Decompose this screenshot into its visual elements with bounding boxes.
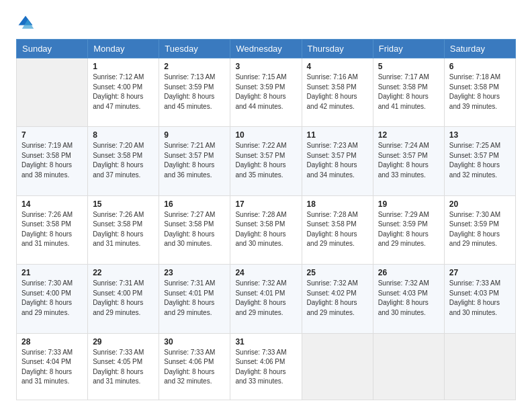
header <box>16 13 516 32</box>
day-number: 19 <box>378 199 439 209</box>
calendar-cell: 30Sunrise: 7:33 AMSunset: 4:06 PMDayligh… <box>159 333 230 400</box>
calendar-cell: 17Sunrise: 7:28 AMSunset: 3:58 PMDayligh… <box>230 195 302 264</box>
calendar-cell: 18Sunrise: 7:28 AMSunset: 3:58 PMDayligh… <box>302 195 373 264</box>
day-number: 8 <box>93 130 154 140</box>
day-number: 5 <box>378 62 439 71</box>
col-header-monday: Monday <box>88 40 159 58</box>
calendar-cell <box>444 333 515 400</box>
calendar-cell: 6Sunrise: 7:18 AMSunset: 3:58 PMDaylight… <box>444 58 515 127</box>
day-number: 30 <box>164 337 225 347</box>
day-info: Sunrise: 7:17 AMSunset: 3:58 PMDaylight:… <box>378 73 439 111</box>
calendar-cell: 27Sunrise: 7:33 AMSunset: 4:03 PMDayligh… <box>444 265 515 333</box>
day-info: Sunrise: 7:32 AMSunset: 4:01 PMDaylight:… <box>235 279 296 318</box>
day-info: Sunrise: 7:25 AMSunset: 3:57 PMDaylight:… <box>449 141 511 180</box>
day-number: 25 <box>307 268 368 277</box>
day-number: 28 <box>21 337 83 347</box>
day-info: Sunrise: 7:16 AMSunset: 3:58 PMDaylight:… <box>307 73 368 111</box>
calendar-cell: 15Sunrise: 7:26 AMSunset: 3:58 PMDayligh… <box>88 195 159 264</box>
day-info: Sunrise: 7:24 AMSunset: 3:57 PMDaylight:… <box>378 141 439 180</box>
day-number: 18 <box>307 199 368 209</box>
day-number: 20 <box>449 199 511 209</box>
calendar-week-row: 7Sunrise: 7:19 AMSunset: 3:58 PMDaylight… <box>17 127 516 195</box>
calendar-week-row: 28Sunrise: 7:33 AMSunset: 4:04 PMDayligh… <box>17 333 516 400</box>
calendar-cell: 2Sunrise: 7:13 AMSunset: 3:59 PMDaylight… <box>159 58 230 127</box>
day-number: 3 <box>235 62 296 71</box>
day-info: Sunrise: 7:30 AMSunset: 3:59 PMDaylight:… <box>449 210 511 249</box>
calendar-cell <box>373 333 444 400</box>
day-info: Sunrise: 7:20 AMSunset: 3:58 PMDaylight:… <box>93 141 154 180</box>
calendar-cell: 29Sunrise: 7:33 AMSunset: 4:05 PMDayligh… <box>88 333 159 400</box>
day-info: Sunrise: 7:32 AMSunset: 4:02 PMDaylight:… <box>307 279 368 318</box>
calendar-cell: 31Sunrise: 7:33 AMSunset: 4:06 PMDayligh… <box>230 333 302 400</box>
day-info: Sunrise: 7:22 AMSunset: 3:57 PMDaylight:… <box>235 141 296 180</box>
day-number: 14 <box>21 199 83 209</box>
day-info: Sunrise: 7:33 AMSunset: 4:04 PMDaylight:… <box>21 348 83 387</box>
day-number: 23 <box>164 268 225 277</box>
calendar-cell: 8Sunrise: 7:20 AMSunset: 3:58 PMDaylight… <box>88 127 159 195</box>
col-header-friday: Friday <box>373 40 444 58</box>
day-number: 1 <box>93 62 154 71</box>
day-info: Sunrise: 7:31 AMSunset: 4:00 PMDaylight:… <box>93 279 154 318</box>
calendar-cell: 14Sunrise: 7:26 AMSunset: 3:58 PMDayligh… <box>17 195 88 264</box>
calendar-cell: 10Sunrise: 7:22 AMSunset: 3:57 PMDayligh… <box>230 127 302 195</box>
calendar-cell: 4Sunrise: 7:16 AMSunset: 3:58 PMDaylight… <box>302 58 373 127</box>
day-info: Sunrise: 7:26 AMSunset: 3:58 PMDaylight:… <box>93 210 154 249</box>
day-info: Sunrise: 7:23 AMSunset: 3:57 PMDaylight:… <box>307 141 368 180</box>
day-number: 2 <box>164 62 225 71</box>
col-header-wednesday: Wednesday <box>230 40 302 58</box>
day-number: 31 <box>235 337 296 347</box>
day-number: 13 <box>449 130 511 140</box>
calendar-cell <box>302 333 373 400</box>
day-number: 12 <box>378 130 439 140</box>
day-info: Sunrise: 7:15 AMSunset: 3:59 PMDaylight:… <box>235 73 296 111</box>
col-header-thursday: Thursday <box>302 40 373 58</box>
day-number: 4 <box>307 62 368 71</box>
calendar-cell: 7Sunrise: 7:19 AMSunset: 3:58 PMDaylight… <box>17 127 88 195</box>
day-number: 22 <box>93 268 154 277</box>
calendar-cell: 9Sunrise: 7:21 AMSunset: 3:57 PMDaylight… <box>159 127 230 195</box>
day-number: 9 <box>164 130 225 140</box>
calendar-cell: 11Sunrise: 7:23 AMSunset: 3:57 PMDayligh… <box>302 127 373 195</box>
day-number: 11 <box>307 130 368 140</box>
day-info: Sunrise: 7:29 AMSunset: 3:59 PMDaylight:… <box>378 210 439 249</box>
day-info: Sunrise: 7:32 AMSunset: 4:03 PMDaylight:… <box>378 279 439 318</box>
calendar-cell: 1Sunrise: 7:12 AMSunset: 4:00 PMDaylight… <box>88 58 159 127</box>
calendar-header-row: SundayMondayTuesdayWednesdayThursdayFrid… <box>17 40 516 58</box>
col-header-tuesday: Tuesday <box>159 40 230 58</box>
calendar-cell: 24Sunrise: 7:32 AMSunset: 4:01 PMDayligh… <box>230 265 302 333</box>
col-header-sunday: Sunday <box>17 40 88 58</box>
day-number: 24 <box>235 268 296 277</box>
calendar-week-row: 21Sunrise: 7:30 AMSunset: 4:00 PMDayligh… <box>17 265 516 333</box>
calendar-cell: 20Sunrise: 7:30 AMSunset: 3:59 PMDayligh… <box>444 195 515 264</box>
calendar-cell: 22Sunrise: 7:31 AMSunset: 4:00 PMDayligh… <box>88 265 159 333</box>
day-info: Sunrise: 7:30 AMSunset: 4:00 PMDaylight:… <box>21 279 83 318</box>
day-info: Sunrise: 7:28 AMSunset: 3:58 PMDaylight:… <box>235 210 296 249</box>
col-header-saturday: Saturday <box>444 40 515 58</box>
day-number: 6 <box>449 62 511 71</box>
day-number: 17 <box>235 199 296 209</box>
day-info: Sunrise: 7:33 AMSunset: 4:06 PMDaylight:… <box>164 348 225 387</box>
day-info: Sunrise: 7:28 AMSunset: 3:58 PMDaylight:… <box>307 210 368 249</box>
day-number: 26 <box>378 268 439 277</box>
day-info: Sunrise: 7:19 AMSunset: 3:58 PMDaylight:… <box>21 141 83 180</box>
day-number: 21 <box>21 268 83 277</box>
logo <box>16 13 38 32</box>
day-info: Sunrise: 7:21 AMSunset: 3:57 PMDaylight:… <box>164 141 225 180</box>
calendar-cell: 13Sunrise: 7:25 AMSunset: 3:57 PMDayligh… <box>444 127 515 195</box>
calendar-cell: 3Sunrise: 7:15 AMSunset: 3:59 PMDaylight… <box>230 58 302 127</box>
calendar-week-row: 14Sunrise: 7:26 AMSunset: 3:58 PMDayligh… <box>17 195 516 264</box>
calendar-cell: 16Sunrise: 7:27 AMSunset: 3:58 PMDayligh… <box>159 195 230 264</box>
day-number: 27 <box>449 268 511 277</box>
page: SundayMondayTuesdayWednesdayThursdayFrid… <box>0 0 532 411</box>
calendar-cell: 5Sunrise: 7:17 AMSunset: 3:58 PMDaylight… <box>373 58 444 127</box>
calendar-cell <box>17 58 88 127</box>
day-info: Sunrise: 7:33 AMSunset: 4:03 PMDaylight:… <box>449 279 511 318</box>
day-info: Sunrise: 7:27 AMSunset: 3:58 PMDaylight:… <box>164 210 225 249</box>
calendar-cell: 26Sunrise: 7:32 AMSunset: 4:03 PMDayligh… <box>373 265 444 333</box>
calendar-cell: 28Sunrise: 7:33 AMSunset: 4:04 PMDayligh… <box>17 333 88 400</box>
calendar-cell: 25Sunrise: 7:32 AMSunset: 4:02 PMDayligh… <box>302 265 373 333</box>
calendar-cell: 12Sunrise: 7:24 AMSunset: 3:57 PMDayligh… <box>373 127 444 195</box>
calendar-week-row: 1Sunrise: 7:12 AMSunset: 4:00 PMDaylight… <box>17 58 516 127</box>
day-info: Sunrise: 7:31 AMSunset: 4:01 PMDaylight:… <box>164 279 225 318</box>
day-number: 16 <box>164 199 225 209</box>
